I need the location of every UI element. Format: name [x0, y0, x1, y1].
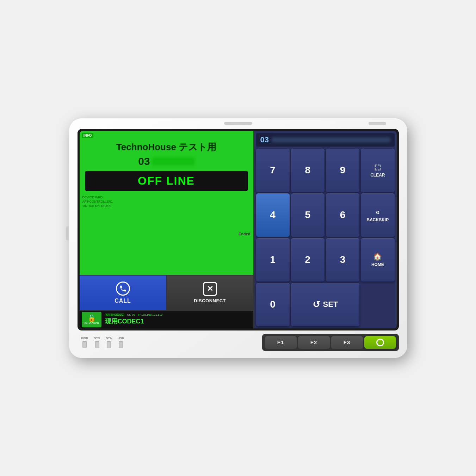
screen-bezel: INFO TechnoHouse テスト用 03 OFF LINE DEVICE…: [78, 129, 399, 330]
unlocked-text: UNLOCKED: [84, 322, 99, 324]
key-clear[interactable]: ⬚ CLEAR: [361, 149, 394, 192]
codec-top-row: APT IP CODEC UN 03 IP 192.168.101.113: [105, 313, 250, 316]
function-buttons: F1 F2 F3: [262, 334, 399, 351]
device-info: DEVICE INFO APT-CONTROLLER1 192.168.101.…: [80, 194, 253, 210]
screen-content: INFO TechnoHouse テスト用 03 OFF LINE DEVICE…: [80, 131, 397, 328]
f1-button[interactable]: F1: [265, 336, 297, 349]
set-icon: ↺: [313, 299, 320, 310]
number-blurred: [152, 157, 194, 165]
codec-info: APT IP CODEC UN 03 IP 192.168.101.113 現用…: [104, 312, 251, 327]
led-usr-indicator: [119, 341, 123, 348]
led-usr: USR: [118, 336, 124, 348]
key-9[interactable]: 9: [326, 149, 359, 192]
led-section: PWR SYS STA USR: [78, 336, 262, 348]
offline-banner: OFF LINE: [85, 171, 248, 191]
key-set[interactable]: ↺ SET: [291, 283, 360, 326]
clear-label: CLEAR: [370, 173, 385, 178]
led-pwr-indicator: [82, 341, 87, 348]
screen-title: TechnoHouse テスト用: [80, 131, 253, 155]
call-icon: [116, 282, 130, 296]
lock-icon: 🔓: [88, 314, 95, 322]
codec-un: UN 03: [127, 313, 135, 316]
clear-icon: ⬚: [374, 163, 381, 171]
home-label: HOME: [371, 262, 384, 267]
key-5[interactable]: 5: [291, 193, 324, 237]
power-button[interactable]: [364, 336, 396, 349]
key-home[interactable]: 🏠 HOME: [361, 238, 394, 282]
right-notch: [369, 122, 386, 125]
keypad-grid: 7 8 9 ⬚ CLEAR 4 5 6 « BACKSKIP: [256, 149, 395, 326]
key-0[interactable]: 0: [256, 283, 290, 326]
key-7[interactable]: 7: [256, 149, 290, 192]
bottom-bar: PWR SYS STA USR F1 F2 F3: [78, 330, 399, 352]
led-sys: SYS: [94, 336, 100, 348]
backskip-label: BACKSKIP: [367, 217, 389, 222]
led-sta-indicator: [107, 341, 111, 348]
side-button[interactable]: [66, 226, 69, 240]
unlocked-badge: 🔓 UNLOCKED: [82, 312, 101, 327]
display-blur: [272, 137, 390, 142]
key-4[interactable]: 4: [256, 193, 290, 237]
key-6[interactable]: 6: [326, 193, 359, 237]
set-label: SET: [323, 300, 338, 309]
info-badge: INFO: [82, 133, 94, 138]
disconnect-icon: ✕: [203, 282, 217, 296]
led-usr-label: USR: [118, 336, 124, 340]
f3-button[interactable]: F3: [331, 336, 363, 349]
call-label: CALL: [115, 298, 131, 304]
codec-ip: IP 192.168.101.113: [138, 313, 162, 316]
backskip-icon: «: [376, 208, 379, 216]
action-buttons: CALL ✕ DISCONNECT: [80, 275, 253, 310]
power-circle-icon: [376, 339, 384, 346]
device-body: INFO TechnoHouse テスト用 03 OFF LINE DEVICE…: [69, 118, 407, 358]
led-sys-indicator: [95, 341, 99, 348]
display-number: 03: [260, 135, 269, 144]
codec-name: 現用CODEC1: [105, 317, 250, 326]
status-bar: 🔓 UNLOCKED APT IP CODEC UN 03 IP 192.168…: [80, 310, 253, 328]
screen-number: 03: [80, 155, 253, 168]
key-2[interactable]: 2: [291, 238, 324, 282]
top-notch: [224, 122, 252, 125]
f2-button[interactable]: F2: [298, 336, 330, 349]
key-3[interactable]: 3: [326, 238, 359, 282]
number-display: 03: [256, 133, 395, 147]
left-panel: INFO TechnoHouse テスト用 03 OFF LINE DEVICE…: [80, 131, 254, 328]
led-pwr: PWR: [81, 336, 88, 348]
disconnect-button[interactable]: ✕ DISCONNECT: [167, 276, 253, 310]
led-sta: STA: [106, 336, 112, 348]
led-pwr-label: PWR: [81, 336, 88, 340]
led-sta-label: STA: [106, 336, 112, 340]
key-8[interactable]: 8: [291, 149, 324, 192]
led-sys-label: SYS: [94, 336, 100, 340]
call-button[interactable]: CALL: [80, 276, 167, 310]
ended-badge: Ended: [239, 232, 251, 236]
disconnect-label: DISCONNECT: [194, 298, 226, 303]
key-backskip[interactable]: « BACKSKIP: [361, 193, 394, 237]
key-1[interactable]: 1: [256, 238, 290, 282]
codec-badge: APT IP CODEC: [105, 313, 124, 316]
home-icon: 🏠: [373, 252, 382, 261]
left-panel-inner: INFO TechnoHouse テスト用 03 OFF LINE DEVICE…: [80, 131, 253, 275]
right-panel: 03 7 8 9 ⬚ CLEAR 4 5 6: [254, 131, 397, 328]
